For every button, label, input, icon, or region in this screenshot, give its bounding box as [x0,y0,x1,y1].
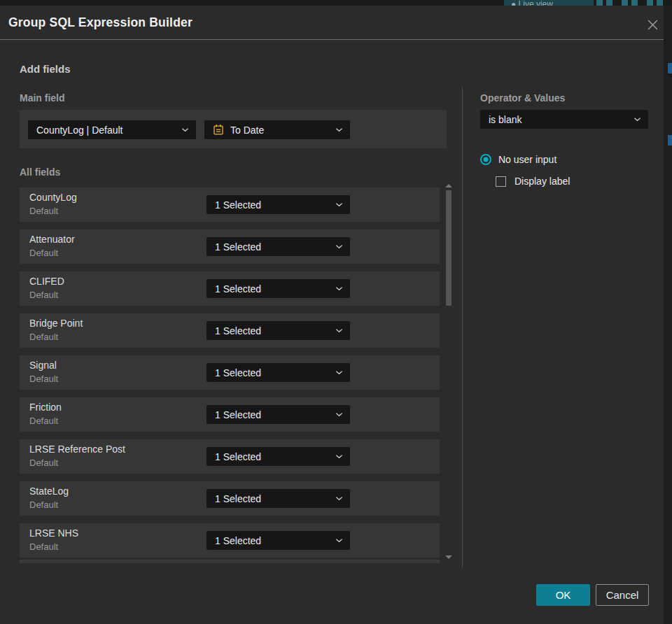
cancel-button[interactable]: Cancel [596,584,649,606]
field-name: LRSE NHS [29,527,78,539]
field-selection-value: 1 Selected [215,493,331,504]
field-row: CountyLogDefault1 Selected [20,187,440,222]
chevron-down-icon [335,127,343,132]
field-selection-dropdown[interactable]: 1 Selected [206,489,350,508]
field-subtitle: Default [29,416,58,426]
field-subtitle: Default [29,248,58,258]
main-field-label: Main field [20,92,65,104]
main-field-dropdown[interactable]: CountyLog | Default [28,120,196,139]
chevron-down-icon [335,538,343,543]
main-attribute-dropdown-value: To Date [230,125,331,136]
clipped-field-row [20,560,440,563]
display-label-label: Display label [514,176,570,187]
background-highlight [668,135,672,146]
field-selection-value: 1 Selected [215,535,331,546]
date-field-icon [213,124,224,136]
group-sql-expression-builder-dialog: Group SQL Expression Builder Add fields … [0,6,664,624]
background-panel-edge [664,6,672,624]
field-name: Signal [29,360,57,371]
field-subtitle: Default [29,374,58,384]
no-user-input-radio[interactable]: No user input [480,154,556,165]
operator-dropdown-value: is blank [489,114,629,125]
scroll-up-icon[interactable] [445,184,452,187]
field-name: CountyLog [29,192,77,203]
background-highlight [668,63,672,73]
field-selection-value: 1 Selected [215,199,331,211]
field-selection-value: 1 Selected [215,325,331,336]
field-row: CLIFEDDefault1 Selected [20,271,440,306]
field-name: LRSE Reference Post [29,444,125,455]
field-subtitle: Default [29,332,58,342]
chevron-down-icon [335,202,343,207]
column-divider [462,87,463,568]
live-view-icon: ● [511,0,516,6]
chevron-down-icon [181,127,189,132]
main-field-dropdown-value: CountyLog | Default [36,125,177,136]
operator-dropdown[interactable]: is blank [480,110,648,129]
main-attribute-dropdown[interactable]: To Date [204,120,350,139]
field-selection-value: 1 Selected [215,451,331,462]
field-selection-dropdown[interactable]: 1 Selected [206,321,350,340]
field-subtitle: Default [29,541,58,552]
background-toolbar: ● Live view [0,0,672,6]
title-divider [0,39,664,40]
live-view-toggle[interactable]: ● Live view [504,0,594,6]
chevron-down-icon [634,117,641,122]
display-label-checkbox[interactable]: Display label [496,176,570,187]
close-button[interactable] [643,15,662,34]
radio-selected-icon [480,154,491,165]
field-name: CLIFED [29,276,64,287]
field-selection-value: 1 Selected [215,241,331,253]
field-selection-dropdown[interactable]: 1 Selected [206,237,350,256]
all-fields-label: All fields [20,166,60,178]
field-row: FrictionDefault1 Selected [20,397,440,432]
field-name: Friction [29,402,62,413]
checkbox-unchecked-icon [496,176,506,187]
field-selection-dropdown[interactable]: 1 Selected [206,363,350,382]
field-subtitle: Default [29,206,58,216]
chevron-down-icon [335,286,343,291]
field-subtitle: Default [29,290,58,300]
chevron-down-icon [335,244,343,249]
field-selection-dropdown[interactable]: 1 Selected [206,405,350,424]
scroll-down-icon[interactable] [445,555,452,559]
field-subtitle: Default [29,499,58,510]
field-row: LRSE NHSDefault1 Selected [20,523,440,558]
field-row: Bridge PointDefault1 Selected [20,313,440,348]
ok-button[interactable]: OK [536,584,590,606]
chevron-down-icon [335,328,343,333]
live-view-label: Live view [519,0,553,6]
add-fields-heading: Add fields [20,63,71,75]
dialog-title: Group SQL Expression Builder [8,6,192,39]
field-row: StateLogDefault1 Selected [20,481,440,516]
chevron-down-icon [335,370,343,375]
field-subtitle: Default [29,458,58,468]
close-icon [648,20,658,30]
field-selection-dropdown[interactable]: 1 Selected [206,531,350,550]
field-row: SignalDefault1 Selected [20,355,440,390]
operator-values-heading: Operator & Values [480,92,565,104]
field-name: StateLog [29,485,69,497]
chevron-down-icon [335,454,343,459]
background-button-icon [596,0,612,6]
field-name: Attenuator [29,234,75,245]
field-selection-dropdown[interactable]: 1 Selected [206,447,350,466]
no-user-input-label: No user input [498,154,556,165]
field-selection-dropdown[interactable]: 1 Selected [206,195,350,214]
field-selection-value: 1 Selected [215,283,331,295]
background-button-icon [647,0,663,6]
field-row: AttenuatorDefault1 Selected [20,229,440,264]
background-button-icon [622,0,638,6]
chevron-down-icon [335,412,343,417]
chevron-down-icon [335,496,343,501]
field-row: LRSE Reference PostDefault1 Selected [20,439,440,474]
field-selection-value: 1 Selected [215,367,331,378]
field-name: Bridge Point [29,318,83,329]
scrollbar-thumb[interactable] [446,190,451,306]
field-selection-dropdown[interactable]: 1 Selected [206,279,350,298]
field-selection-value: 1 Selected [215,409,331,420]
